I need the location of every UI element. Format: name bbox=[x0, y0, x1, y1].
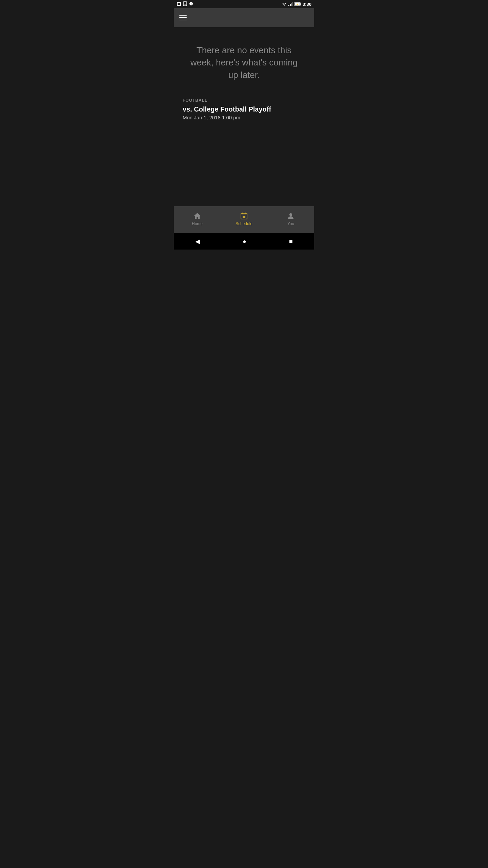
sim-icon bbox=[177, 1, 181, 6]
status-bar-right-icons: ⚡ 3:30 bbox=[282, 2, 311, 7]
storage-icon bbox=[183, 1, 187, 6]
nav-schedule-label: Schedule bbox=[236, 221, 252, 226]
bottom-nav: Home Schedule You bbox=[174, 206, 314, 233]
system-nav: ◀ ● ■ bbox=[174, 233, 314, 250]
svg-text:!: ! bbox=[191, 3, 191, 5]
nav-home[interactable]: Home bbox=[174, 212, 221, 226]
notification-icon: ! bbox=[189, 1, 194, 6]
svg-rect-18 bbox=[243, 216, 245, 218]
svg-rect-6 bbox=[288, 5, 289, 6]
nav-home-label: Home bbox=[192, 221, 203, 226]
svg-rect-7 bbox=[290, 4, 291, 6]
svg-rect-11 bbox=[300, 3, 301, 5]
nav-you-label: You bbox=[287, 221, 294, 226]
nav-schedule[interactable]: Schedule bbox=[221, 212, 267, 226]
event-datetime: Mon Jan 1, 2018 1:00 pm bbox=[183, 115, 305, 120]
menu-button[interactable] bbox=[179, 15, 187, 20]
person-icon bbox=[287, 212, 295, 220]
status-bar: ! ⚡ 3:30 bbox=[174, 0, 314, 8]
event-item[interactable]: FOOTBALL vs. College Football Playoff Mo… bbox=[179, 98, 309, 120]
back-button[interactable]: ◀ bbox=[195, 238, 200, 245]
svg-rect-1 bbox=[178, 3, 180, 5]
battery-icon: ⚡ bbox=[294, 2, 301, 6]
main-content: There are no events this week, here's wh… bbox=[174, 27, 314, 206]
nav-you[interactable]: You bbox=[267, 212, 314, 226]
home-icon bbox=[193, 212, 201, 220]
recent-button[interactable]: ■ bbox=[289, 238, 293, 245]
svg-rect-8 bbox=[291, 3, 292, 6]
event-category: FOOTBALL bbox=[183, 98, 305, 103]
top-header bbox=[174, 8, 314, 27]
svg-point-19 bbox=[289, 213, 292, 216]
svg-point-3 bbox=[185, 4, 186, 5]
hamburger-line-1 bbox=[179, 15, 187, 16]
wifi-icon bbox=[282, 2, 287, 6]
hamburger-line-2 bbox=[179, 17, 187, 18]
hamburger-line-3 bbox=[179, 20, 187, 20]
signal-icon bbox=[288, 2, 293, 6]
no-events-message: There are no events this week, here's wh… bbox=[186, 44, 302, 81]
svg-text:⚡: ⚡ bbox=[296, 3, 299, 6]
home-button[interactable]: ● bbox=[243, 238, 246, 245]
schedule-icon bbox=[240, 212, 248, 220]
event-title: vs. College Football Playoff bbox=[183, 105, 305, 113]
svg-rect-9 bbox=[292, 2, 293, 6]
status-icons-left: ! bbox=[177, 1, 194, 6]
status-time: 3:30 bbox=[303, 2, 311, 7]
